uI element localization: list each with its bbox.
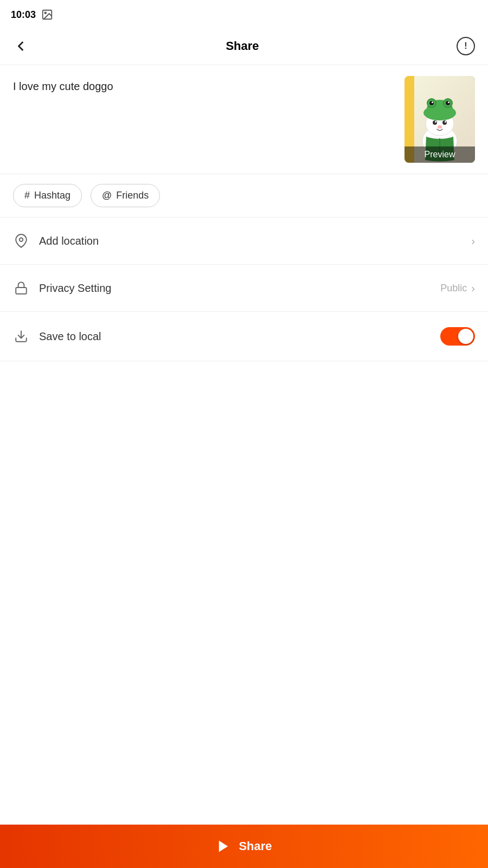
location-pin-icon <box>13 233 29 249</box>
tags-row: # Hashtag @ Friends <box>0 174 488 218</box>
hashtag-icon: # <box>24 190 30 201</box>
svg-point-15 <box>448 101 450 103</box>
save-to-local-toggle[interactable] <box>440 327 475 346</box>
toggle-thumb <box>458 329 473 344</box>
svg-point-19 <box>445 121 446 123</box>
toggle-track <box>440 327 475 346</box>
svg-point-18 <box>435 121 436 123</box>
svg-point-22 <box>20 238 23 242</box>
friends-icon: @ <box>102 190 112 201</box>
download-icon <box>13 328 29 344</box>
media-icon <box>41 9 53 21</box>
privacy-chevron-icon: › <box>471 282 475 295</box>
privacy-setting-row[interactable]: Privacy Setting Public › <box>0 265 488 312</box>
nav-bar: Share ! <box>0 27 488 65</box>
svg-point-16 <box>433 120 437 125</box>
privacy-setting-label: Privacy Setting <box>39 282 440 295</box>
preview-label: Preview <box>404 146 475 163</box>
hashtag-label: Hashtag <box>34 190 70 201</box>
status-time: 10:03 <box>11 9 36 21</box>
hashtag-button[interactable]: # Hashtag <box>13 184 82 207</box>
back-button[interactable] <box>13 39 28 54</box>
add-location-label: Add location <box>39 235 471 247</box>
page-title: Share <box>226 39 259 53</box>
add-location-row[interactable]: Add location › <box>0 218 488 265</box>
share-button[interactable]: Share <box>0 825 488 868</box>
svg-marker-25 <box>219 841 228 852</box>
save-to-local-label: Save to local <box>39 330 440 343</box>
svg-point-12 <box>429 101 434 105</box>
preview-container[interactable]: Preview <box>404 76 475 163</box>
share-send-icon <box>216 839 231 854</box>
friends-label: Friends <box>116 190 149 201</box>
save-to-local-row[interactable]: Save to local <box>0 312 488 361</box>
svg-point-20 <box>438 125 442 129</box>
svg-point-17 <box>442 120 447 125</box>
info-button[interactable]: ! <box>457 37 475 55</box>
svg-point-14 <box>432 101 433 103</box>
lock-icon <box>13 280 29 296</box>
svg-rect-23 <box>16 288 27 294</box>
chevron-right-icon: › <box>471 235 475 247</box>
svg-point-1 <box>44 12 46 14</box>
share-button-label: Share <box>239 839 272 853</box>
status-bar: 10:03 <box>0 0 488 27</box>
privacy-value: Public <box>440 283 467 294</box>
svg-point-13 <box>446 101 450 105</box>
caption-area: I love my cute doggo <box>0 65 488 174</box>
caption-text[interactable]: I love my cute doggo <box>13 76 396 163</box>
friends-button[interactable]: @ Friends <box>91 184 160 207</box>
